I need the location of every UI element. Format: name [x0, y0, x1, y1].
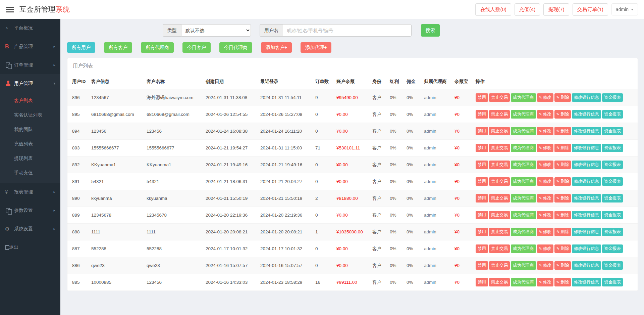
action-edit-button[interactable]: ✎修改 [537, 144, 553, 152]
filter-all-agents-button[interactable]: 所有代理商 [141, 42, 174, 53]
action-ban-trade-button[interactable]: 禁止交易 [489, 261, 510, 270]
action-edit-button[interactable]: ✎修改 [537, 244, 553, 253]
action-ban-trade-button[interactable]: 禁止交易 [489, 211, 510, 219]
sidebar-subitem[interactable]: 我的团队 [0, 122, 60, 137]
action-edit-button[interactable]: ✎修改 [537, 93, 553, 102]
action-disable-button[interactable]: 禁用 [476, 244, 488, 253]
action-disable-button[interactable]: 禁用 [476, 261, 488, 270]
action-disable-button[interactable]: 禁用 [476, 211, 488, 219]
action-edit-bank-button[interactable]: 修改银行信息 [572, 93, 601, 102]
search-button[interactable]: 搜索 [421, 24, 440, 37]
filter-add-agent-button[interactable]: 添加代理+ [301, 42, 331, 53]
action-edit-button[interactable]: ✎修改 [537, 261, 553, 270]
action-delete-button[interactable]: ✎删除 [554, 161, 571, 169]
header-stat-trade-orders[interactable]: 交易订单(1) [573, 3, 608, 16]
action-edit-button[interactable]: ✎修改 [537, 161, 553, 169]
action-edit-bank-button[interactable]: 修改银行信息 [572, 211, 601, 219]
action-make-agent-button[interactable]: 成为代理商 [511, 110, 536, 119]
filter-all-customers-button[interactable]: 所有客户 [104, 42, 132, 53]
action-edit-button[interactable]: ✎修改 [537, 110, 553, 119]
action-delete-button[interactable]: ✎删除 [554, 93, 571, 102]
sidebar-item-orders[interactable]: 订单管理▸ [0, 56, 60, 74]
action-fund-report-button[interactable]: 资金报表 [602, 194, 623, 203]
sidebar-subitem[interactable]: 充值列表 [0, 137, 60, 151]
action-ban-trade-button[interactable]: 禁止交易 [489, 194, 510, 203]
menu-toggle-icon[interactable] [6, 7, 14, 12]
action-ban-trade-button[interactable]: 禁止交易 [489, 161, 510, 169]
action-delete-button[interactable]: ✎删除 [554, 244, 571, 253]
action-make-agent-button[interactable]: 成为代理商 [511, 261, 536, 270]
action-make-agent-button[interactable]: 成为代理商 [511, 278, 536, 286]
action-ban-trade-button[interactable]: 禁止交易 [489, 244, 510, 253]
action-edit-bank-button[interactable]: 修改银行信息 [572, 161, 601, 169]
sidebar-item-params[interactable]: 参数设置▸ [0, 201, 60, 220]
action-disable-button[interactable]: 禁用 [476, 228, 488, 236]
sidebar-subitem[interactable]: 手动充值 [0, 166, 60, 180]
action-disable-button[interactable]: 禁用 [476, 110, 488, 119]
action-edit-bank-button[interactable]: 修改银行信息 [572, 261, 601, 270]
filter-today-agents-button[interactable]: 今日代理商 [219, 42, 252, 53]
action-make-agent-button[interactable]: 成为代理商 [511, 144, 536, 152]
action-delete-button[interactable]: ✎删除 [554, 194, 571, 203]
action-make-agent-button[interactable]: 成为代理商 [511, 161, 536, 169]
filter-today-customers-button[interactable]: 今日客户 [182, 42, 211, 53]
action-delete-button[interactable]: ✎删除 [554, 211, 571, 219]
action-fund-report-button[interactable]: 资金报表 [602, 228, 623, 236]
action-edit-button[interactable]: ✎修改 [537, 127, 553, 135]
action-edit-bank-button[interactable]: 修改银行信息 [572, 177, 601, 186]
action-ban-trade-button[interactable]: 禁止交易 [489, 177, 510, 186]
header-stat-recharge[interactable]: 充值(4) [515, 3, 540, 16]
sidebar-subitem[interactable]: 提现列表 [0, 151, 60, 166]
action-delete-button[interactable]: ✎删除 [554, 177, 571, 186]
action-disable-button[interactable]: 禁用 [476, 93, 488, 102]
action-fund-report-button[interactable]: 资金报表 [602, 93, 623, 102]
action-delete-button[interactable]: ✎删除 [554, 228, 571, 236]
action-ban-trade-button[interactable]: 禁止交易 [489, 228, 510, 236]
action-make-agent-button[interactable]: 成为代理商 [511, 211, 536, 219]
sidebar-item-reports[interactable]: ¥报表管理▸ [0, 183, 60, 201]
action-edit-bank-button[interactable]: 修改银行信息 [572, 278, 601, 286]
action-fund-report-button[interactable]: 资金报表 [602, 261, 623, 270]
action-edit-bank-button[interactable]: 修改银行信息 [572, 144, 601, 152]
action-delete-button[interactable]: ✎删除 [554, 110, 571, 119]
filter-all-users-button[interactable]: 所有用户 [67, 42, 95, 53]
action-edit-button[interactable]: ✎修改 [537, 278, 553, 286]
action-disable-button[interactable]: 禁用 [476, 127, 488, 135]
action-make-agent-button[interactable]: 成为代理商 [511, 177, 536, 186]
sidebar-item-products[interactable]: B产品管理▸ [0, 37, 60, 56]
action-edit-bank-button[interactable]: 修改银行信息 [572, 244, 601, 253]
action-edit-button[interactable]: ✎修改 [537, 177, 553, 186]
sidebar-item-logout[interactable]: 退出 [0, 238, 60, 257]
action-fund-report-button[interactable]: 资金报表 [602, 161, 623, 169]
action-edit-button[interactable]: ✎修改 [537, 194, 553, 203]
action-edit-bank-button[interactable]: 修改银行信息 [572, 110, 601, 119]
action-edit-button[interactable]: ✎修改 [537, 228, 553, 236]
action-delete-button[interactable]: ✎删除 [554, 127, 571, 135]
header-stat-withdraw[interactable]: 提现(7) [543, 3, 569, 16]
action-disable-button[interactable]: 禁用 [476, 177, 488, 186]
action-fund-report-button[interactable]: 资金报表 [602, 127, 623, 135]
sidebar-item-overview[interactable]: ◔平台概况 [0, 19, 60, 37]
action-ban-trade-button[interactable]: 禁止交易 [489, 110, 510, 119]
filter-add-customer-button[interactable]: 添加客户+ [261, 42, 292, 53]
action-disable-button[interactable]: 禁用 [476, 194, 488, 203]
action-fund-report-button[interactable]: 资金报表 [602, 177, 623, 186]
action-make-agent-button[interactable]: 成为代理商 [511, 127, 536, 135]
action-edit-bank-button[interactable]: 修改银行信息 [572, 228, 601, 236]
action-ban-trade-button[interactable]: 禁止交易 [489, 127, 510, 135]
action-delete-button[interactable]: ✎删除 [554, 261, 571, 270]
action-edit-bank-button[interactable]: 修改银行信息 [572, 127, 601, 135]
admin-menu[interactable]: admin [611, 3, 638, 15]
action-delete-button[interactable]: ✎删除 [554, 278, 571, 286]
action-disable-button[interactable]: 禁用 [476, 278, 488, 286]
action-ban-trade-button[interactable]: 禁止交易 [489, 93, 510, 102]
action-ban-trade-button[interactable]: 禁止交易 [489, 144, 510, 152]
action-disable-button[interactable]: 禁用 [476, 161, 488, 169]
action-fund-report-button[interactable]: 资金报表 [602, 211, 623, 219]
header-stat-online-users[interactable]: 在线人数(0) [475, 3, 511, 16]
action-edit-button[interactable]: ✎修改 [537, 211, 553, 219]
action-make-agent-button[interactable]: 成为代理商 [511, 228, 536, 236]
action-fund-report-button[interactable]: 资金报表 [602, 244, 623, 253]
action-make-agent-button[interactable]: 成为代理商 [511, 93, 536, 102]
sidebar-subitem[interactable]: 实名认证列表 [0, 108, 60, 122]
